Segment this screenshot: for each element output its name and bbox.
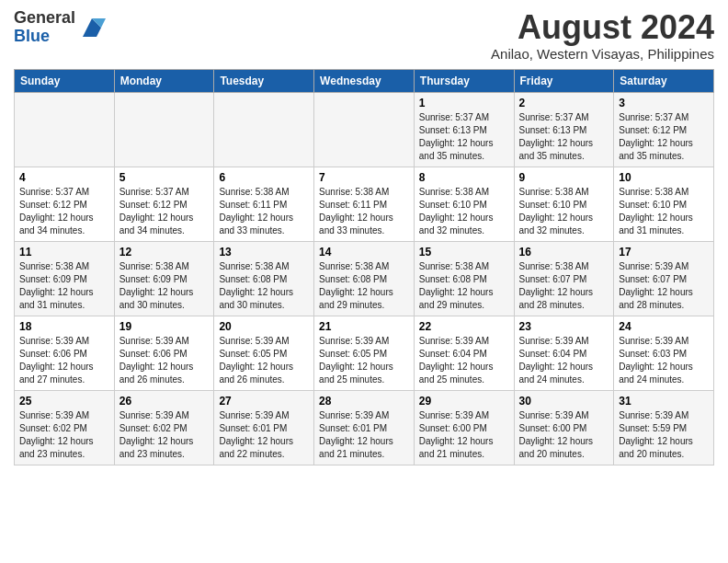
day-number: 10: [619, 171, 709, 184]
calendar-cell: 10Sunrise: 5:38 AM Sunset: 6:10 PM Dayli…: [614, 167, 714, 241]
day-number: 3: [619, 97, 709, 109]
calendar-cell: 28Sunrise: 5:39 AM Sunset: 6:01 PM Dayli…: [314, 390, 415, 465]
calendar-cell: 4Sunrise: 5:37 AM Sunset: 6:12 PM Daylig…: [15, 167, 115, 241]
logo-icon: [78, 14, 106, 41]
calendar-cell: [114, 92, 214, 167]
day-number: 21: [319, 320, 409, 333]
day-info: Sunrise: 5:37 AM Sunset: 6:13 PM Dayligh…: [419, 111, 509, 163]
calendar-table: SundayMondayTuesdayWednesdayThursdayFrid…: [14, 69, 714, 465]
calendar-week-5: 25Sunrise: 5:39 AM Sunset: 6:02 PM Dayli…: [15, 390, 714, 465]
day-number: 13: [219, 246, 309, 259]
col-header-monday: Monday: [114, 69, 214, 92]
day-info: Sunrise: 5:39 AM Sunset: 6:04 PM Dayligh…: [519, 335, 609, 386]
calendar-week-1: 1Sunrise: 5:37 AM Sunset: 6:13 PM Daylig…: [15, 92, 714, 167]
day-number: 8: [419, 171, 509, 184]
day-number: 12: [119, 246, 210, 259]
calendar-week-3: 11Sunrise: 5:38 AM Sunset: 6:09 PM Dayli…: [15, 241, 714, 316]
calendar-cell: 31Sunrise: 5:39 AM Sunset: 5:59 PM Dayli…: [614, 390, 714, 465]
calendar-cell: 5Sunrise: 5:37 AM Sunset: 6:12 PM Daylig…: [114, 167, 214, 241]
calendar-cell: 3Sunrise: 5:37 AM Sunset: 6:12 PM Daylig…: [614, 92, 714, 167]
day-info: Sunrise: 5:39 AM Sunset: 6:01 PM Dayligh…: [319, 409, 409, 461]
day-info: Sunrise: 5:39 AM Sunset: 6:01 PM Dayligh…: [219, 409, 309, 461]
day-info: Sunrise: 5:38 AM Sunset: 6:07 PM Dayligh…: [519, 260, 609, 312]
day-number: 4: [19, 171, 109, 184]
calendar-cell: 22Sunrise: 5:39 AM Sunset: 6:04 PM Dayli…: [414, 316, 514, 390]
day-number: 29: [419, 395, 509, 408]
day-number: 6: [219, 171, 309, 184]
day-number: 22: [419, 320, 509, 333]
calendar-cell: 13Sunrise: 5:38 AM Sunset: 6:08 PM Dayli…: [214, 241, 314, 316]
month-title: August 2024: [491, 9, 714, 46]
calendar-cell: 9Sunrise: 5:38 AM Sunset: 6:10 PM Daylig…: [514, 167, 614, 241]
calendar-cell: 2Sunrise: 5:37 AM Sunset: 6:13 PM Daylig…: [514, 92, 614, 167]
calendar-cell: 29Sunrise: 5:39 AM Sunset: 6:00 PM Dayli…: [414, 390, 514, 465]
day-info: Sunrise: 5:39 AM Sunset: 6:00 PM Dayligh…: [519, 409, 609, 461]
day-number: 28: [319, 395, 409, 408]
day-info: Sunrise: 5:39 AM Sunset: 6:02 PM Dayligh…: [119, 409, 210, 461]
calendar-cell: 20Sunrise: 5:39 AM Sunset: 6:05 PM Dayli…: [214, 316, 314, 390]
day-number: 31: [619, 395, 709, 408]
calendar-cell: 18Sunrise: 5:39 AM Sunset: 6:06 PM Dayli…: [15, 316, 115, 390]
calendar-cell: 26Sunrise: 5:39 AM Sunset: 6:02 PM Dayli…: [114, 390, 214, 465]
logo: General Blue: [14, 9, 106, 46]
title-area: August 2024 Anilao, Western Visayas, Phi…: [491, 9, 714, 62]
day-number: 25: [19, 395, 109, 408]
day-number: 9: [519, 171, 609, 184]
calendar-cell: 21Sunrise: 5:39 AM Sunset: 6:05 PM Dayli…: [314, 316, 415, 390]
day-info: Sunrise: 5:37 AM Sunset: 6:12 PM Dayligh…: [119, 186, 210, 237]
day-info: Sunrise: 5:38 AM Sunset: 6:11 PM Dayligh…: [219, 186, 309, 237]
calendar-cell: 27Sunrise: 5:39 AM Sunset: 6:01 PM Dayli…: [214, 390, 314, 465]
day-number: 11: [19, 246, 109, 259]
calendar-cell: 15Sunrise: 5:38 AM Sunset: 6:08 PM Dayli…: [414, 241, 514, 316]
calendar-cell: 7Sunrise: 5:38 AM Sunset: 6:11 PM Daylig…: [314, 167, 415, 241]
calendar-cell: 8Sunrise: 5:38 AM Sunset: 6:10 PM Daylig…: [414, 167, 514, 241]
calendar-cell: [214, 92, 314, 167]
calendar-cell: 1Sunrise: 5:37 AM Sunset: 6:13 PM Daylig…: [414, 92, 514, 167]
calendar-cell: 6Sunrise: 5:38 AM Sunset: 6:11 PM Daylig…: [214, 167, 314, 241]
day-info: Sunrise: 5:39 AM Sunset: 5:59 PM Dayligh…: [619, 409, 709, 461]
day-info: Sunrise: 5:38 AM Sunset: 6:10 PM Dayligh…: [519, 186, 609, 237]
day-info: Sunrise: 5:38 AM Sunset: 6:09 PM Dayligh…: [119, 260, 210, 312]
day-info: Sunrise: 5:39 AM Sunset: 6:06 PM Dayligh…: [119, 335, 210, 386]
logo-general: General: [14, 9, 75, 28]
day-info: Sunrise: 5:38 AM Sunset: 6:10 PM Dayligh…: [419, 186, 509, 237]
calendar-cell: 23Sunrise: 5:39 AM Sunset: 6:04 PM Dayli…: [514, 316, 614, 390]
day-number: 26: [119, 395, 210, 408]
col-header-friday: Friday: [514, 69, 614, 92]
day-info: Sunrise: 5:38 AM Sunset: 6:08 PM Dayligh…: [319, 260, 409, 312]
day-info: Sunrise: 5:38 AM Sunset: 6:10 PM Dayligh…: [619, 186, 709, 237]
day-info: Sunrise: 5:38 AM Sunset: 6:08 PM Dayligh…: [219, 260, 309, 312]
day-info: Sunrise: 5:38 AM Sunset: 6:09 PM Dayligh…: [19, 260, 109, 312]
day-number: 23: [519, 320, 609, 333]
day-info: Sunrise: 5:39 AM Sunset: 6:05 PM Dayligh…: [319, 335, 409, 386]
day-info: Sunrise: 5:38 AM Sunset: 6:08 PM Dayligh…: [419, 260, 509, 312]
calendar-cell: 24Sunrise: 5:39 AM Sunset: 6:03 PM Dayli…: [614, 316, 714, 390]
calendar-header-row: SundayMondayTuesdayWednesdayThursdayFrid…: [15, 69, 714, 92]
day-info: Sunrise: 5:37 AM Sunset: 6:12 PM Dayligh…: [19, 186, 109, 237]
day-number: 2: [519, 97, 609, 109]
day-info: Sunrise: 5:38 AM Sunset: 6:11 PM Dayligh…: [319, 186, 409, 237]
location-subtitle: Anilao, Western Visayas, Philippines: [491, 46, 714, 62]
calendar-cell: 19Sunrise: 5:39 AM Sunset: 6:06 PM Dayli…: [114, 316, 214, 390]
day-number: 18: [19, 320, 109, 333]
col-header-tuesday: Tuesday: [214, 69, 314, 92]
day-info: Sunrise: 5:39 AM Sunset: 6:05 PM Dayligh…: [219, 335, 309, 386]
day-info: Sunrise: 5:37 AM Sunset: 6:12 PM Dayligh…: [619, 111, 709, 163]
day-number: 20: [219, 320, 309, 333]
calendar-cell: 25Sunrise: 5:39 AM Sunset: 6:02 PM Dayli…: [15, 390, 115, 465]
calendar-week-4: 18Sunrise: 5:39 AM Sunset: 6:06 PM Dayli…: [15, 316, 714, 390]
day-number: 14: [319, 246, 409, 259]
day-info: Sunrise: 5:39 AM Sunset: 6:02 PM Dayligh…: [19, 409, 109, 461]
calendar-cell: 30Sunrise: 5:39 AM Sunset: 6:00 PM Dayli…: [514, 390, 614, 465]
day-number: 30: [519, 395, 609, 408]
day-info: Sunrise: 5:39 AM Sunset: 6:04 PM Dayligh…: [419, 335, 509, 386]
calendar-cell: 16Sunrise: 5:38 AM Sunset: 6:07 PM Dayli…: [514, 241, 614, 316]
calendar-week-2: 4Sunrise: 5:37 AM Sunset: 6:12 PM Daylig…: [15, 167, 714, 241]
calendar-cell: [15, 92, 115, 167]
col-header-sunday: Sunday: [15, 69, 115, 92]
day-number: 5: [119, 171, 210, 184]
calendar-cell: 11Sunrise: 5:38 AM Sunset: 6:09 PM Dayli…: [15, 241, 115, 316]
col-header-thursday: Thursday: [414, 69, 514, 92]
col-header-wednesday: Wednesday: [314, 69, 415, 92]
day-number: 7: [319, 171, 409, 184]
